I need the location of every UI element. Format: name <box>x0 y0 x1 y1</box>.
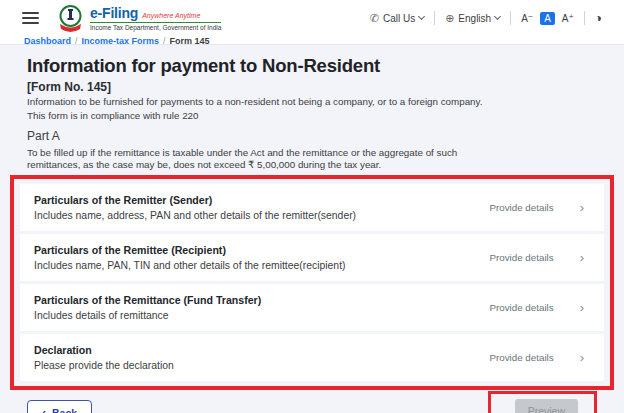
breadcrumb-dashboard[interactable]: Dashboard <box>24 36 71 45</box>
form-description-line2: This form is in compliance with rule 220 <box>27 110 597 122</box>
divider <box>584 11 585 25</box>
chevron-right-icon[interactable]: › <box>580 253 584 263</box>
section-subtitle: Includes details of remittance <box>34 309 261 323</box>
brand-name: e-Filing <box>90 5 138 21</box>
part-a-label: Part A <box>27 129 597 143</box>
hamburger-menu-icon[interactable] <box>22 12 39 24</box>
form-description-line1: Information to be furnished for payments… <box>27 96 597 108</box>
footer-actions: ‹ Back Preview <box>0 390 624 413</box>
provide-details-link[interactable]: Provide details <box>489 302 553 313</box>
chevron-left-icon: ‹ <box>42 409 46 413</box>
section-subtitle: Please provide the declaration <box>34 359 174 373</box>
chevron-down-icon <box>418 13 425 20</box>
divider <box>510 11 511 25</box>
top-header: e-Filing Anywhere Anytime Income Tax Dep… <box>0 0 624 36</box>
section-card-remitter[interactable]: Particulars of the Remitter (Sender) Inc… <box>20 184 604 231</box>
back-button-label: Back <box>52 407 77 413</box>
section-card-remittance[interactable]: Particulars of the Remittance (Fund Tran… <box>20 284 604 331</box>
phone-icon: ✆ <box>370 12 379 25</box>
font-decrease-button[interactable]: A⁻ <box>521 13 533 24</box>
breadcrumb: Dashboard / Income-tax Forms / Form 145 <box>0 36 624 45</box>
font-size-controls: A⁻ A A⁺ <box>521 12 574 25</box>
form-number: [Form No. 145] <box>27 80 597 94</box>
efiling-logo[interactable]: e-Filing Anywhere Anytime Income Tax Dep… <box>57 4 221 33</box>
brand-subtitle: Income Tax Department, Government of Ind… <box>90 22 221 31</box>
section-title: Particulars of the Remitter (Sender) <box>34 193 356 207</box>
chevron-right-icon[interactable]: › <box>580 303 584 313</box>
breadcrumb-form-145: Form 145 <box>170 36 210 45</box>
chevron-right-icon[interactable]: › <box>580 353 584 363</box>
chevron-right-icon[interactable]: › <box>580 203 584 213</box>
breadcrumb-separator: / <box>163 36 166 45</box>
main-content: Information for payment to Non-Resident … <box>0 45 624 390</box>
section-card-remittee[interactable]: Particulars of the Remittee (Recipient) … <box>20 234 604 281</box>
section-subtitle: Includes name, PAN, TIN and other detail… <box>34 259 346 273</box>
part-a-note: To be filled up if the remittance is tax… <box>27 147 505 170</box>
breadcrumb-separator: / <box>75 36 78 45</box>
back-button[interactable]: ‹ Back <box>27 400 92 413</box>
call-us-label: Call Us <box>383 13 415 24</box>
brand-tagline: Anywhere Anytime <box>142 12 200 19</box>
provide-details-link[interactable]: Provide details <box>489 202 553 213</box>
call-us-menu[interactable]: ✆ Call Us <box>370 12 424 25</box>
preview-annotation-box: Preview <box>488 391 597 413</box>
section-title: Particulars of the Remittance (Fund Tran… <box>34 293 261 307</box>
breadcrumb-income-tax-forms[interactable]: Income-tax Forms <box>82 36 160 45</box>
language-menu[interactable]: ⊕ English <box>445 12 500 25</box>
section-subtitle: Includes name, address, PAN and other de… <box>34 209 356 223</box>
font-increase-button[interactable]: A⁺ <box>562 13 574 24</box>
font-normal-button[interactable]: A <box>540 12 555 25</box>
chevron-down-icon <box>494 13 501 20</box>
language-label: English <box>458 13 491 24</box>
income-tax-emblem-icon <box>57 4 84 33</box>
section-title: Particulars of the Remittee (Recipient) <box>34 243 346 257</box>
section-title: Declaration <box>34 343 174 357</box>
section-card-declaration[interactable]: Declaration Please provide the declarati… <box>20 334 604 381</box>
provide-details-link[interactable]: Provide details <box>489 352 553 363</box>
preview-button[interactable]: Preview <box>515 399 578 413</box>
divider <box>434 11 435 25</box>
provide-details-link[interactable]: Provide details <box>489 252 553 263</box>
globe-icon: ⊕ <box>445 12 454 25</box>
sections-annotation-box: Particulars of the Remitter (Sender) Inc… <box>10 175 614 390</box>
dark-mode-toggle-icon[interactable]: ◑ <box>595 11 602 25</box>
page-title: Information for payment to Non-Resident <box>27 55 597 77</box>
